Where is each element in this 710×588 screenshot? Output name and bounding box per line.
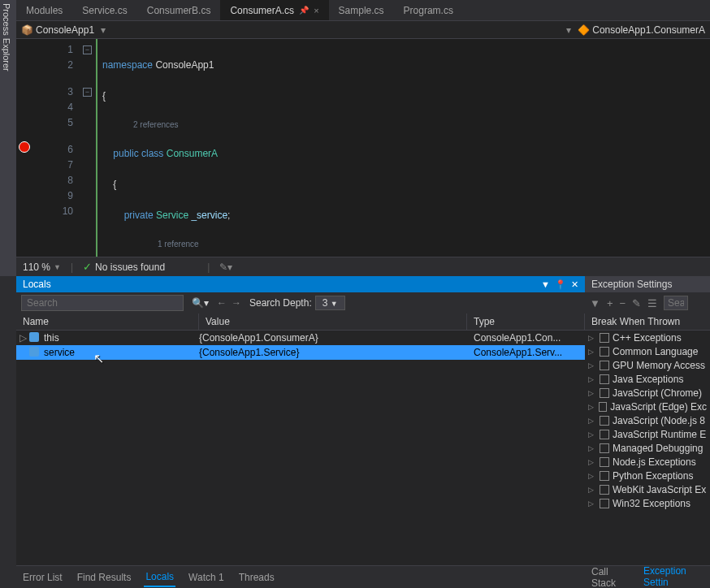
exception-list[interactable]: ▷C++ Exceptions▷Common Language▷GPU Memo… [585, 331, 710, 565]
expand-icon[interactable]: ▷ [16, 332, 29, 344]
breakpoint-icon[interactable] [19, 141, 30, 153]
checkbox[interactable] [600, 388, 609, 398]
tab-consumerb[interactable]: ConsumerB.cs [137, 0, 221, 20]
tab-label: Program.cs [404, 5, 453, 16]
exception-item[interactable]: ▷WebKit JavaScript Ex [585, 482, 710, 496]
breadcrumb-project[interactable]: 📦 ConsoleApp1 [21, 24, 94, 36]
prev-icon[interactable]: ← [217, 297, 227, 309]
checkbox[interactable] [600, 361, 609, 370]
name-column-header[interactable]: Name [16, 313, 199, 330]
expand-icon[interactable]: ▷ [588, 375, 596, 383]
pin-icon[interactable]: 📍 [555, 279, 566, 290]
type-column-header[interactable]: Type [467, 313, 585, 330]
expand-icon[interactable]: ▷ [588, 389, 596, 397]
checkbox[interactable] [600, 471, 609, 481]
cleanup-icon[interactable]: ✎▾ [219, 262, 232, 273]
zoom-dropdown[interactable]: 110 %▼ [23, 262, 61, 273]
close-icon[interactable]: × [314, 6, 318, 15]
checkbox[interactable] [600, 443, 609, 453]
checkbox[interactable] [599, 402, 608, 412]
expand-icon[interactable]: ▷ [588, 361, 596, 370]
code-editor[interactable]: 1 2 3 4 5 6 7 8 9 10 − − namespace Conso… [16, 39, 710, 257]
tab-find-results[interactable]: Find Results [76, 569, 133, 586]
value-column-header[interactable]: Value [199, 313, 467, 330]
tab-threads[interactable]: Threads [237, 569, 276, 586]
exception-item[interactable]: ▷JavaScript Runtime E [585, 427, 710, 441]
search-icon[interactable]: 🔍▾ [192, 297, 209, 309]
expand-icon[interactable]: ▷ [588, 403, 595, 411]
expand-icon[interactable]: ▷ [588, 444, 596, 452]
checkbox[interactable] [600, 457, 609, 467]
breadcrumb-symbol[interactable]: 🔶 ConsoleApp1.ConsumerA [578, 24, 705, 36]
expand-icon[interactable]: ▷ [588, 430, 596, 439]
close-icon[interactable]: ✕ [571, 279, 578, 290]
exception-item[interactable]: ▷Node.js Exceptions [585, 455, 710, 469]
tab-modules[interactable]: Modules [16, 0, 72, 20]
document-tabs: Modules Service.cs ConsumerB.cs Consumer… [16, 0, 710, 21]
add-icon[interactable]: + [607, 297, 613, 309]
bottom-tabs-left: Error List Find Results Locals Watch 1 T… [16, 565, 585, 588]
exception-item[interactable]: ▷JavaScript (Node.js 8 [585, 413, 710, 427]
tab-service[interactable]: Service.cs [72, 0, 136, 20]
breadcrumb-text: ConsoleApp1 [36, 24, 94, 36]
exception-item[interactable]: ▷Python Exceptions [585, 469, 710, 482]
expand-icon[interactable]: ▷ [588, 417, 596, 425]
checkbox[interactable] [600, 333, 609, 343]
exception-item[interactable]: ▷C++ Exceptions [585, 331, 710, 344]
exception-item[interactable]: ▷JavaScript (Edge) Exc [585, 400, 710, 413]
pin-icon[interactable]: 📌 [299, 6, 309, 15]
expand-icon[interactable]: ▷ [588, 472, 596, 480]
issues-status[interactable]: ✓No issues found [83, 261, 165, 273]
expand-icon[interactable]: ▷ [588, 486, 596, 494]
exception-item[interactable]: ▷Java Exceptions [585, 372, 710, 386]
exception-label: Win32 Exceptions [613, 498, 691, 509]
checkbox[interactable] [600, 416, 609, 426]
locals-row-service[interactable]: service {ConsoleApp1.Service} ConsoleApp… [16, 345, 585, 360]
list-icon[interactable]: ☰ [647, 297, 657, 309]
remove-icon[interactable]: − [619, 297, 626, 309]
codelens-references[interactable]: 1 reference [102, 239, 705, 250]
code-content[interactable]: namespace ConsoleApp1 { 2 references pub… [96, 39, 710, 257]
process-explorer-sidebar[interactable]: Process Explorer [0, 0, 16, 276]
search-depth-dropdown[interactable]: 3 ▼ [315, 296, 345, 310]
tab-consumera[interactable]: ConsumerA.cs📌× [220, 0, 328, 20]
tab-program[interactable]: Program.cs [394, 0, 463, 20]
tab-label: Modules [26, 5, 63, 16]
exception-item[interactable]: ▷GPU Memory Access [585, 358, 710, 372]
checkbox[interactable] [600, 430, 609, 439]
exception-search-input[interactable] [664, 296, 688, 310]
checkbox[interactable] [600, 485, 609, 495]
filter-icon[interactable]: ▼ [590, 297, 600, 309]
checkbox[interactable] [600, 374, 609, 384]
expand-icon[interactable]: ▷ [588, 499, 596, 508]
checkbox[interactable] [600, 499, 609, 508]
tab-call-stack[interactable]: Call Stack [590, 563, 630, 589]
locals-columns-header[interactable]: Name Value Type [16, 313, 585, 331]
expand-icon[interactable]: ▷ [588, 348, 596, 356]
exception-title-bar[interactable]: Exception Settings [585, 276, 710, 292]
exception-item[interactable]: ▷Win32 Exceptions [585, 496, 710, 510]
codelens-references[interactable]: 2 references [102, 119, 705, 131]
edit-icon[interactable]: ✎ [632, 297, 641, 309]
tab-sample[interactable]: Sample.cs [329, 0, 394, 20]
locals-body[interactable]: ▷ this {ConsoleApp1.ConsumerA} ConsoleAp… [16, 331, 585, 565]
tab-error-list[interactable]: Error List [21, 569, 64, 586]
glyph-margin[interactable] [16, 39, 32, 257]
exception-item[interactable]: ▷JavaScript (Chrome) [585, 386, 710, 400]
tab-watch1[interactable]: Watch 1 [187, 569, 226, 586]
tab-exception-settings[interactable]: Exception Settin [642, 562, 705, 589]
exception-item[interactable]: ▷Managed Debugging [585, 441, 710, 455]
locals-title-bar[interactable]: Locals ▼ 📍 ✕ [16, 276, 585, 292]
fold-margin[interactable]: − − [81, 39, 96, 257]
next-icon[interactable]: → [232, 297, 241, 309]
expand-icon[interactable]: ▷ [588, 334, 596, 342]
locals-row-this[interactable]: ▷ this {ConsoleApp1.ConsumerA} ConsoleAp… [16, 331, 585, 345]
fold-toggle-icon[interactable]: − [83, 88, 92, 97]
checkbox[interactable] [600, 347, 609, 357]
locals-search-input[interactable] [21, 295, 184, 311]
tab-locals[interactable]: Locals [144, 568, 175, 587]
fold-toggle-icon[interactable]: − [83, 45, 92, 54]
exception-item[interactable]: ▷Common Language [585, 344, 710, 358]
expand-icon[interactable]: ▷ [588, 458, 596, 466]
dropdown-icon[interactable]: ▼ [541, 279, 550, 290]
